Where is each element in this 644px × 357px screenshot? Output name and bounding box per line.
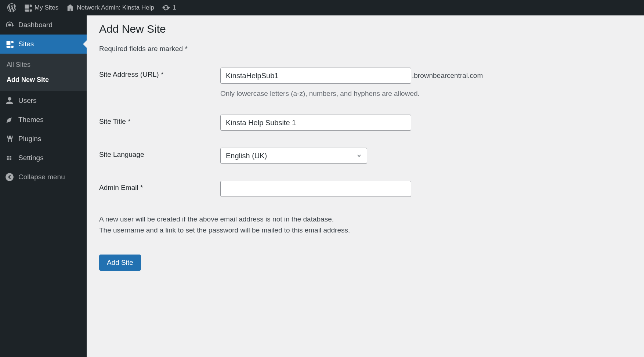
- label-admin-email: Admin Email *: [99, 181, 220, 192]
- sites-submenu: All Sites Add New Site: [0, 54, 87, 91]
- field-site-address: Site Address (URL) * .brownbearcentral.c…: [99, 68, 632, 98]
- dashboard-icon: [5, 21, 14, 29]
- all-sites-label: All Sites: [7, 61, 30, 68]
- wp-logo[interactable]: [4, 0, 20, 15]
- label-site-title: Site Title *: [99, 115, 220, 126]
- settings-label: Settings: [18, 154, 44, 162]
- sites-label: Sites: [18, 40, 34, 48]
- sidebar-item-settings[interactable]: Settings: [0, 148, 87, 167]
- collapse-icon: [5, 173, 14, 181]
- my-sites-label: My Sites: [35, 4, 58, 11]
- info-line-2: The username and a link to set the passw…: [99, 225, 632, 236]
- plugins-icon: [5, 134, 14, 143]
- site-address-hint: Only lowercase letters (a-z), numbers, a…: [220, 90, 632, 98]
- themes-label: Themes: [18, 116, 44, 124]
- my-sites-link[interactable]: My Sites: [20, 0, 62, 15]
- admin-email-input[interactable]: [220, 181, 411, 197]
- home-icon: [66, 3, 75, 12]
- sidebar-item-sites[interactable]: Sites: [0, 35, 87, 54]
- field-admin-email: Admin Email *: [99, 181, 632, 197]
- multisite-icon: [23, 3, 32, 12]
- users-icon: [5, 96, 14, 105]
- sites-icon: [5, 40, 14, 48]
- refresh-icon: [162, 3, 170, 12]
- admin-bar: My Sites Network Admin: Kinsta Help 1: [0, 0, 644, 15]
- collapse-menu[interactable]: Collapse menu: [0, 167, 87, 187]
- required-note: Required fields are marked *: [99, 45, 632, 53]
- domain-suffix: .brownbearcentral.com: [412, 72, 483, 80]
- add-site-button[interactable]: Add Site: [99, 255, 141, 271]
- sidebar-item-themes[interactable]: Themes: [0, 110, 87, 129]
- site-address-input[interactable]: [220, 68, 411, 84]
- settings-icon: [5, 154, 14, 162]
- field-site-title: Site Title *: [99, 115, 632, 131]
- svg-point-0: [6, 173, 14, 181]
- dashboard-label: Dashboard: [18, 21, 53, 29]
- info-text: A new user will be created if the above …: [99, 214, 632, 236]
- submenu-add-new-site[interactable]: Add New Site: [0, 72, 87, 87]
- add-new-site-label: Add New Site: [7, 76, 49, 83]
- network-admin-label: Network Admin: Kinsta Help: [77, 4, 154, 11]
- site-language-select[interactable]: English (UK): [220, 148, 367, 164]
- updates-link[interactable]: 1: [158, 0, 180, 15]
- themes-icon: [5, 115, 14, 124]
- page-title: Add New Site: [99, 23, 632, 35]
- collapse-label: Collapse menu: [18, 173, 65, 181]
- field-site-language: Site Language English (UK): [99, 148, 632, 164]
- updates-count: 1: [173, 4, 176, 11]
- main-content: Add New Site Required fields are marked …: [87, 15, 644, 357]
- users-label: Users: [18, 97, 37, 105]
- label-site-address: Site Address (URL) *: [99, 68, 220, 79]
- sidebar-item-plugins[interactable]: Plugins: [0, 129, 87, 148]
- plugins-label: Plugins: [18, 135, 41, 143]
- wordpress-icon: [7, 3, 16, 12]
- admin-sidebar: Dashboard Sites All Sites Add New Site U…: [0, 15, 87, 357]
- network-admin-link[interactable]: Network Admin: Kinsta Help: [62, 0, 158, 15]
- sidebar-item-dashboard[interactable]: Dashboard: [0, 15, 87, 35]
- info-line-1: A new user will be created if the above …: [99, 214, 632, 225]
- site-title-input[interactable]: [220, 115, 411, 131]
- label-site-language: Site Language: [99, 148, 220, 159]
- submenu-all-sites[interactable]: All Sites: [0, 57, 87, 72]
- sidebar-item-users[interactable]: Users: [0, 91, 87, 110]
